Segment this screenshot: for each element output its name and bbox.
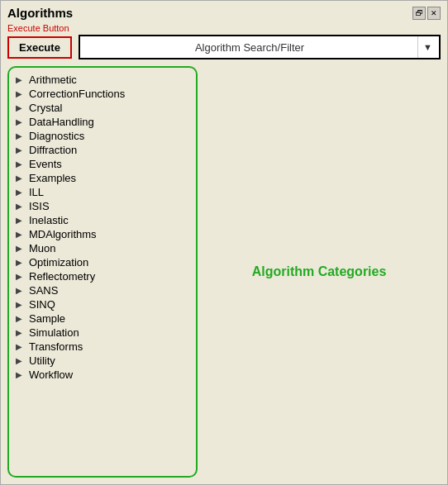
expand-arrow-icon: ▶ — [16, 103, 27, 112]
expand-arrow-icon: ▶ — [16, 75, 27, 84]
close-button[interactable]: ✕ — [427, 7, 441, 20]
list-item[interactable]: ▶DataHandling — [16, 115, 193, 129]
execute-button[interactable]: Execute — [7, 36, 72, 59]
list-item[interactable]: ▶ILL — [16, 185, 193, 199]
expand-arrow-icon: ▶ — [16, 286, 27, 295]
expand-arrow-icon: ▶ — [16, 89, 27, 98]
expand-arrow-icon: ▶ — [16, 188, 27, 197]
expand-arrow-icon: ▶ — [16, 159, 27, 169]
category-name: SANS — [29, 284, 58, 297]
category-name: Events — [29, 158, 62, 170]
expand-arrow-icon: ▶ — [16, 370, 27, 379]
category-name: Simulation — [29, 326, 79, 339]
expand-arrow-icon: ▶ — [16, 131, 27, 140]
list-item[interactable]: ▶Workflow — [16, 368, 193, 382]
algorithm-categories-label: Algorithm Categories — [252, 264, 387, 279]
category-list: ▶Arithmetic▶CorrectionFunctions▶Crystal▶… — [7, 66, 198, 478]
search-filter-text: Algorithm Search/Filter — [87, 41, 412, 54]
expand-arrow-icon: ▶ — [16, 145, 27, 155]
category-name: Arithmetic — [29, 74, 77, 86]
list-item[interactable]: ▶Transforms — [16, 340, 193, 354]
expand-arrow-icon: ▶ — [16, 174, 27, 183]
list-item[interactable]: ▶Arithmetic — [16, 73, 193, 87]
category-name: Examples — [29, 172, 76, 184]
list-item[interactable]: ▶Inelastic — [16, 213, 193, 227]
list-item[interactable]: ▶Crystal — [16, 101, 193, 115]
expand-arrow-icon: ▶ — [16, 202, 27, 211]
category-name: ISIS — [29, 200, 50, 212]
category-name: Utility — [29, 354, 55, 367]
list-item[interactable]: ▶Diagnostics — [16, 129, 193, 143]
category-name: CorrectionFunctions — [29, 88, 125, 100]
list-item[interactable]: ▶Utility — [16, 354, 193, 368]
restore-button[interactable]: 🗗 — [412, 7, 426, 20]
list-item[interactable]: ▶Optimization — [16, 255, 193, 269]
list-item[interactable]: ▶MDAlgorithms — [16, 227, 193, 241]
list-item[interactable]: ▶Diffraction — [16, 143, 193, 157]
category-name: Workflow — [29, 369, 73, 381]
execute-label: Execute Button — [7, 23, 441, 33]
category-name: Crystal — [29, 102, 62, 114]
expand-arrow-icon: ▶ — [16, 314, 27, 323]
expand-arrow-icon: ▶ — [16, 244, 27, 253]
list-item[interactable]: ▶Reflectometry — [16, 269, 193, 283]
expand-arrow-icon: ▶ — [16, 216, 27, 225]
category-name: Transforms — [29, 340, 83, 353]
list-item[interactable]: ▶CorrectionFunctions — [16, 87, 193, 101]
category-name: ILL — [29, 186, 44, 198]
category-name: DataHandling — [29, 116, 94, 128]
label-area: Algorithm Categories — [198, 66, 441, 478]
list-item[interactable]: ▶Sample — [16, 311, 193, 326]
category-name: Diffraction — [29, 144, 77, 156]
list-item[interactable]: ▶SINQ — [16, 297, 193, 311]
list-item[interactable]: ▶Examples — [16, 171, 193, 185]
category-name: Inelastic — [29, 214, 69, 226]
category-name: Muon — [29, 242, 56, 254]
expand-arrow-icon: ▶ — [16, 230, 27, 239]
toolbar: Execute Algorithm Search/Filter ▼ — [7, 35, 441, 59]
category-name: Optimization — [29, 256, 88, 269]
title-bar: Algorithms 🗗 ✕ — [7, 6, 441, 20]
expand-arrow-icon: ▶ — [16, 258, 27, 267]
expand-arrow-icon: ▶ — [16, 356, 27, 365]
expand-arrow-icon: ▶ — [16, 272, 27, 281]
window-title: Algorithms — [7, 6, 73, 20]
algorithms-window: Algorithms 🗗 ✕ Execute Button Execute Al… — [0, 0, 448, 485]
expand-arrow-icon: ▶ — [16, 300, 27, 309]
search-filter-dropdown[interactable]: Algorithm Search/Filter ▼ — [79, 35, 441, 59]
list-item[interactable]: ▶SANS — [16, 283, 193, 297]
list-item[interactable]: ▶Muon — [16, 241, 193, 255]
list-item[interactable]: ▶Events — [16, 157, 193, 171]
category-name: Sample — [29, 312, 65, 325]
category-name: Diagnostics — [29, 130, 84, 142]
content-area: ▶Arithmetic▶CorrectionFunctions▶Crystal▶… — [7, 66, 441, 478]
expand-arrow-icon: ▶ — [16, 328, 27, 337]
expand-arrow-icon: ▶ — [16, 117, 27, 126]
expand-arrow-icon: ▶ — [16, 342, 27, 351]
dropdown-arrow-icon[interactable]: ▼ — [417, 36, 432, 58]
category-name: Reflectometry — [29, 270, 95, 283]
list-item[interactable]: ▶ISIS — [16, 199, 193, 213]
list-item[interactable]: ▶Simulation — [16, 326, 193, 340]
category-name: MDAlgorithms — [29, 228, 97, 240]
category-name: SINQ — [29, 298, 55, 311]
window-controls: 🗗 ✕ — [412, 7, 441, 20]
